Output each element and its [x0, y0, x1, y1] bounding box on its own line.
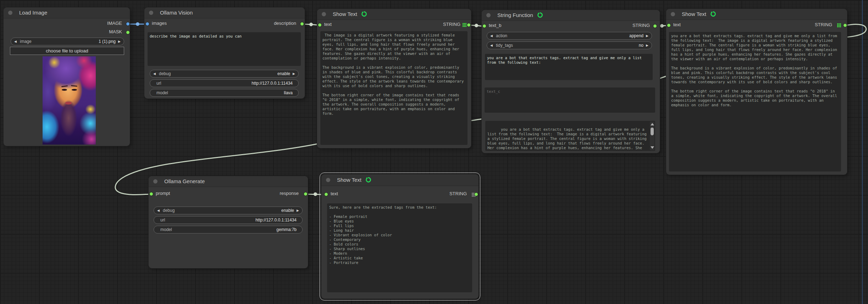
string-grid-icon	[837, 23, 838, 24]
node-collapse-dot[interactable]	[326, 178, 330, 182]
scrollbar-thumb[interactable]	[651, 128, 654, 135]
portrait-eye	[72, 89, 77, 91]
portrait-background	[43, 56, 96, 145]
pysssss-badge-icon	[365, 175, 371, 187]
node-title: Load Image	[19, 10, 47, 16]
node-title: Ollama Generate	[164, 178, 205, 184]
node-show-text-right[interactable]: Show Text text STRING you are a bot that…	[666, 9, 847, 175]
node-collapse-dot[interactable]	[671, 12, 675, 16]
node-title: Show Text	[337, 177, 361, 183]
output-label-string: STRING	[449, 191, 467, 196]
node-collapse-dot[interactable]	[8, 11, 12, 15]
input-slot-text-b[interactable]	[482, 24, 486, 28]
link-midpoint-dot	[314, 192, 317, 196]
input-slot-images[interactable]	[145, 22, 149, 26]
output-slot-image[interactable]	[126, 22, 130, 26]
image-combo-widget[interactable]: ◀ image 1 (1).png ▶	[11, 38, 124, 45]
combo-label: tidy_tags	[496, 43, 513, 48]
node-show-text-1[interactable]: Show Text text STRING The image is a dig…	[317, 9, 471, 148]
node-show-text-bottom[interactable]: Show Text text STRING Sure, here are the…	[321, 174, 479, 299]
choose-file-button[interactable]: choose file to upload	[10, 47, 124, 55]
node-title-bar[interactable]: String Function	[482, 10, 660, 21]
node-title-bar[interactable]: Load Image	[4, 7, 130, 18]
url-text-widget[interactable]: url http://127.0.0.1:11434	[154, 216, 303, 224]
model-text-widget[interactable]: model llava	[150, 89, 299, 97]
node-collapse-dot[interactable]	[153, 179, 157, 184]
tidy-tags-combo-widget[interactable]: ◀ tidy_tags no ▶	[487, 41, 652, 49]
action-combo-widget[interactable]: ◀ action append ▶	[487, 32, 652, 40]
input-label-text: text	[673, 22, 681, 27]
output-slot-response[interactable]	[304, 192, 308, 196]
node-collapse-dot[interactable]	[149, 11, 153, 15]
node-ollama-generate[interactable]: Ollama Generate prompt response ◀ debug …	[149, 176, 308, 268]
widget-value: llava	[284, 90, 293, 95]
combo-value: enable	[277, 71, 290, 76]
input-slot-prompt[interactable]	[149, 192, 153, 196]
combo-left-arrow-icon[interactable]: ◀	[14, 40, 19, 43]
node-title-bar[interactable]: Show Text	[666, 9, 847, 20]
combo-label: debug	[159, 71, 171, 76]
text-c-textarea[interactable]: text_c	[485, 88, 655, 113]
show-text-display[interactable]: Sure, here are the extracted tags from t…	[327, 203, 472, 292]
combo-right-arrow-icon[interactable]: ▶	[643, 34, 648, 38]
show-text-display[interactable]: you are a bot that extracts tags. extrac…	[669, 32, 841, 171]
node-ollama-vision[interactable]: Ollama Vision images description describ…	[144, 7, 305, 98]
model-text-widget[interactable]: model gemma:7b	[154, 226, 303, 233]
debug-combo-widget[interactable]: ◀ debug enable ▶	[154, 207, 303, 214]
url-text-widget[interactable]: url http://127.0.0.1:11434	[150, 79, 299, 87]
text-a-textarea[interactable]: you are a bot that extracts tags. extrac…	[485, 54, 653, 80]
vision-prompt-textarea[interactable]: describe the image as detailed as you ca…	[148, 32, 301, 66]
node-title: String Function	[497, 12, 533, 18]
output-label-string: STRING	[632, 23, 650, 28]
combo-left-arrow-icon[interactable]: ◀	[490, 44, 495, 47]
output-slot-mask[interactable]	[126, 30, 130, 34]
combo-value: append	[629, 33, 643, 38]
node-title-bar[interactable]: Ollama Vision	[144, 7, 305, 18]
combo-left-arrow-icon[interactable]: ◀	[153, 72, 158, 75]
scroll-up-icon[interactable]	[651, 123, 654, 125]
node-title: Show Text	[682, 11, 706, 17]
result-scrollbar[interactable]	[650, 122, 654, 150]
combo-left-arrow-icon[interactable]: ◀	[157, 209, 162, 212]
input-label-text: text	[324, 22, 332, 27]
node-collapse-dot[interactable]	[322, 12, 326, 16]
result-textarea[interactable]: you are a bot that extracts tags. extrac…	[485, 121, 655, 151]
output-label-string: STRING	[815, 22, 832, 27]
node-title-bar[interactable]: Ollama Generate	[149, 176, 308, 187]
combo-left-arrow-icon[interactable]: ◀	[490, 34, 495, 38]
output-slot-string[interactable]	[843, 23, 847, 27]
combo-right-arrow-icon[interactable]: ▶	[290, 72, 295, 75]
widget-label: url	[160, 218, 165, 223]
combo-label: action	[496, 33, 507, 38]
node-load-image[interactable]: Load Image IMAGE MASK ◀ image 1 (1).png …	[4, 7, 130, 146]
output-slot-string[interactable]	[467, 23, 471, 27]
link-midpoint-dot	[136, 22, 139, 26]
output-label-mask: MASK	[109, 29, 122, 34]
combo-right-arrow-icon[interactable]: ▶	[643, 44, 648, 47]
link-midpoint-dot	[660, 24, 664, 28]
show-text-display[interactable]: The image is a digital artwork featuring…	[320, 31, 468, 145]
node-collapse-dot[interactable]	[486, 13, 491, 17]
scroll-down-icon[interactable]	[651, 146, 654, 149]
result-text: you are a bot that extracts tags. extrac…	[487, 127, 649, 151]
input-label-prompt: prompt	[156, 191, 170, 196]
debug-combo-widget[interactable]: ◀ debug enable ▶	[150, 70, 299, 78]
node-string-function[interactable]: String Function text_b STRING ◀ action a…	[482, 10, 660, 153]
output-label-description: description	[274, 21, 296, 26]
output-label-image: IMAGE	[107, 21, 122, 26]
pysssss-badge-icon	[710, 10, 716, 21]
node-title-bar[interactable]: Show Text	[321, 174, 479, 186]
output-slot-string[interactable]	[474, 192, 478, 196]
input-slot-text[interactable]	[324, 192, 328, 196]
output-slot-description[interactable]	[300, 22, 304, 26]
output-label-string: STRING	[443, 22, 460, 27]
widget-value: http://127.0.0.1:11434	[251, 81, 293, 86]
output-slot-string[interactable]	[653, 24, 657, 28]
combo-right-arrow-icon[interactable]: ▶	[116, 40, 121, 43]
combo-right-arrow-icon[interactable]: ▶	[294, 209, 299, 212]
node-title-bar[interactable]: Show Text	[317, 9, 471, 20]
portrait-lips	[65, 102, 72, 105]
input-slot-text[interactable]	[318, 23, 322, 27]
graph-canvas[interactable]: Load Image IMAGE MASK ◀ image 1 (1).png …	[0, 0, 868, 304]
input-slot-text[interactable]	[667, 23, 671, 27]
